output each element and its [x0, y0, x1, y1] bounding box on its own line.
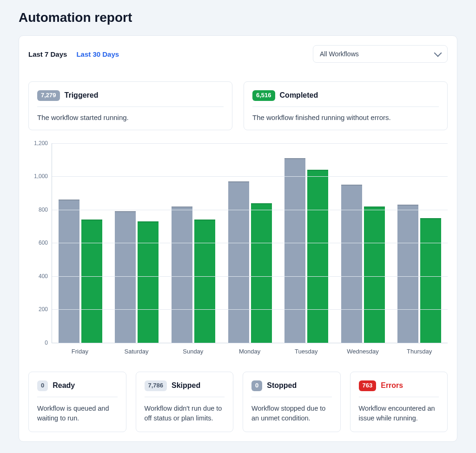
chart-y-tick-label: 1,000	[34, 173, 48, 180]
summary-title: Triggered	[65, 91, 99, 100]
status-desc: Workflow stopped due to an unmet conditi…	[251, 397, 332, 423]
summary-title: Completed	[280, 91, 318, 100]
status-title: Stopped	[267, 381, 297, 390]
summary-badge: 6,516	[252, 90, 275, 101]
chart-bar	[194, 220, 215, 343]
chart-y-tick-label: 800	[39, 207, 48, 213]
summary-card-completed: 6,516CompletedThe workflow finished runn…	[244, 81, 448, 130]
chart-gridline	[52, 309, 448, 310]
date-range-tabs: Last 7 Days Last 30 Days	[28, 50, 119, 58]
summary-card-triggered: 7,279TriggeredThe workflow started runni…	[28, 81, 232, 130]
workflow-filter-select[interactable]: All Workflows	[313, 45, 448, 63]
workflow-filter-value: All Workflows	[320, 50, 359, 58]
chart-x-tick-label: Saturday	[108, 343, 165, 355]
chart-y-tick-label: 600	[39, 240, 48, 246]
status-desc: Workflow is queued and waiting to run.	[37, 397, 118, 423]
chart-y-tick-label: 200	[39, 306, 48, 313]
chart-gridline	[52, 243, 448, 243]
chart-bar	[59, 200, 79, 342]
chart-bar	[172, 207, 192, 343]
status-card-skipped: 7,786SkippedWorkflow didn't run due to o…	[136, 372, 234, 432]
tab-last-30-days[interactable]: Last 30 Days	[76, 50, 119, 58]
status-badge: 0	[251, 380, 262, 391]
status-desc: Workflow encountered an issue while runn…	[359, 397, 439, 423]
chart-y-tick-label: 0	[45, 340, 48, 346]
automation-bar-chart: 02004006008001,0001,200	[28, 143, 448, 343]
status-card-errors: 763ErrorsWorkflow encountered an issue w…	[350, 372, 448, 432]
summary-desc: The workflow started running.	[37, 107, 224, 121]
chart-bar	[307, 170, 328, 343]
chart-bar	[228, 181, 249, 343]
status-desc: Workflow didn't run due to off status or…	[145, 397, 225, 423]
summary-badge: 7,279	[37, 90, 60, 101]
status-badge: 763	[359, 380, 377, 391]
report-panel: Last 7 Days Last 30 Days All Workflows 7…	[19, 35, 457, 442]
chart-x-tick-label: Friday	[52, 343, 108, 355]
chart-bar	[364, 207, 385, 343]
status-card-ready: 0ReadyWorkflow is queued and waiting to …	[28, 372, 126, 432]
tab-last-7-days[interactable]: Last 7 Days	[28, 50, 67, 58]
status-title: Errors	[381, 381, 403, 390]
status-badge: 0	[37, 380, 48, 391]
status-title: Ready	[53, 381, 75, 390]
status-card-stopped: 0StoppedWorkflow stopped due to an unmet…	[243, 372, 341, 432]
summary-desc: The workflow finished running without er…	[252, 107, 439, 121]
chart-gridline	[52, 176, 448, 177]
chart-bar	[251, 203, 272, 343]
chart-bar	[81, 220, 102, 343]
chevron-down-icon	[434, 49, 442, 57]
status-title: Skipped	[172, 381, 200, 390]
chart-x-tick-label: Sunday	[165, 343, 221, 355]
status-badge: 7,786	[145, 380, 167, 391]
chart-bar	[341, 185, 362, 343]
chart-x-tick-label: Monday	[221, 343, 278, 355]
chart-bar	[115, 211, 136, 342]
chart-bar	[397, 205, 418, 343]
chart-bar	[420, 218, 441, 343]
chart-gridline	[52, 276, 448, 277]
chart-x-tick-label: Wednesday	[335, 343, 391, 355]
chart-y-tick-label: 400	[39, 273, 48, 280]
chart-bar	[284, 158, 305, 343]
chart-x-tick-label: Tuesday	[278, 343, 335, 355]
chart-gridline	[52, 143, 448, 144]
page-title: Automation report	[19, 10, 457, 25]
chart-gridline	[52, 210, 448, 210]
chart-y-tick-label: 1,200	[34, 140, 48, 147]
chart-x-tick-label: Thursday	[391, 343, 448, 355]
chart-bar	[138, 221, 159, 343]
